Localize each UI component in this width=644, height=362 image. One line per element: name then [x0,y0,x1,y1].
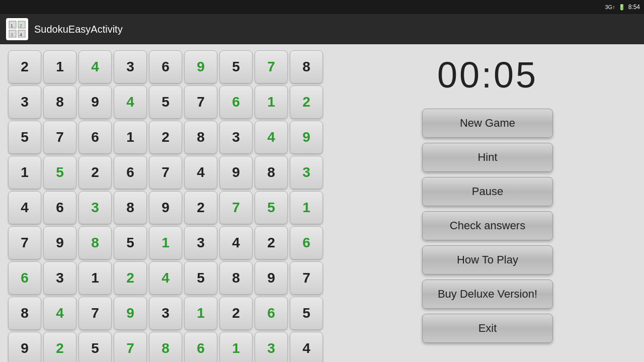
grid-cell[interactable]: 3 [149,297,182,330]
grid-cell[interactable]: 7 [219,191,253,224]
buy-deluxe-button[interactable]: Buy Deluxe Version! [422,280,553,309]
grid-cell[interactable]: 4 [149,261,182,295]
grid-cell[interactable]: 3 [78,191,112,224]
grid-cell[interactable]: 9 [184,50,217,83]
grid-cell[interactable]: 9 [78,85,112,119]
grid-cell[interactable]: 7 [78,297,112,330]
grid-cell[interactable]: 7 [114,332,147,362]
grid-cell[interactable]: 5 [149,85,182,119]
grid-cell[interactable]: 6 [290,226,323,259]
grid-cell[interactable]: 5 [43,156,76,189]
grid-cell[interactable]: 1 [8,156,41,189]
grid-cell[interactable]: 8 [8,297,41,330]
grid-cell[interactable]: 6 [184,332,217,362]
grid-cell[interactable]: 2 [255,226,288,259]
grid-cell[interactable]: 2 [219,297,253,330]
grid-cell[interactable]: 8 [114,191,147,224]
grid-cell[interactable]: 6 [255,297,288,330]
grid-cell[interactable]: 9 [8,332,41,362]
grid-cell[interactable]: 6 [219,85,253,119]
grid-cell[interactable]: 2 [184,191,217,224]
grid-cell[interactable]: 4 [78,50,112,83]
grid-cell[interactable]: 4 [290,332,323,362]
grid-cell[interactable]: 3 [114,50,147,83]
grid-cell[interactable]: 2 [78,156,112,189]
grid-cell[interactable]: 3 [219,121,253,154]
grid-cell[interactable]: 4 [219,226,253,259]
grid-cell[interactable]: 9 [255,261,288,295]
grid-cell[interactable]: 3 [8,85,41,119]
svg-text:2: 2 [20,23,22,28]
main-area: 2143695783894576125761283491526749834638… [0,44,644,362]
new-game-button[interactable]: New Game [422,109,553,138]
how-to-play-button[interactable]: How To Play [422,245,553,275]
grid-cell[interactable]: 7 [8,226,41,259]
grid-cell[interactable]: 1 [114,121,147,154]
grid-cell[interactable]: 7 [43,121,76,154]
grid-cell[interactable]: 8 [78,226,112,259]
grid-cell[interactable]: 2 [114,261,147,295]
grid-cell[interactable]: 3 [290,156,323,189]
grid-cell[interactable]: 7 [255,50,288,83]
svg-text:4: 4 [20,32,22,37]
grid-cell[interactable]: 5 [114,226,147,259]
grid-cell[interactable]: 5 [78,332,112,362]
grid-cell[interactable]: 3 [255,332,288,362]
grid-cell[interactable]: 2 [8,50,41,83]
grid-cell[interactable]: 2 [43,332,76,362]
grid-cell[interactable]: 5 [219,50,253,83]
grid-cell[interactable]: 5 [255,191,288,224]
grid-cell[interactable]: 9 [149,191,182,224]
grid-cell[interactable]: 5 [8,121,41,154]
grid-cell[interactable]: 1 [78,261,112,295]
grid-cell[interactable]: 8 [219,261,253,295]
grid-cell[interactable]: 4 [8,191,41,224]
grid-cell[interactable]: 2 [290,85,323,119]
grid-cell[interactable]: 9 [114,297,147,330]
grid-cell[interactable]: 9 [290,121,323,154]
grid-cell[interactable]: 1 [255,85,288,119]
grid-cell[interactable]: 6 [8,261,41,295]
exit-button[interactable]: Exit [422,314,553,343]
pause-button[interactable]: Pause [422,177,553,206]
grid-cell[interactable]: 4 [43,297,76,330]
grid-cell[interactable]: 7 [149,156,182,189]
grid-cell[interactable]: 2 [149,121,182,154]
grid-area: 2143695783894576125761283491526749834638… [0,44,331,362]
grid-cell[interactable]: 1 [290,191,323,224]
clock: 8:54 [628,4,640,11]
grid-cell[interactable]: 6 [149,50,182,83]
grid-cell[interactable]: 4 [255,121,288,154]
sudoku-grid: 2143695783894576125761283491526749834638… [8,50,323,362]
grid-cell[interactable]: 9 [43,226,76,259]
grid-cell[interactable]: 1 [43,50,76,83]
grid-cell[interactable]: 8 [43,85,76,119]
grid-cell[interactable]: 4 [184,156,217,189]
svg-text:3: 3 [11,32,13,37]
grid-cell[interactable]: 7 [290,261,323,295]
grid-cell[interactable]: 5 [290,297,323,330]
grid-cell[interactable]: 8 [184,121,217,154]
check-answers-button[interactable]: Check answers [422,211,553,240]
grid-cell[interactable]: 7 [184,85,217,119]
app-icon: 1 2 3 4 [6,18,28,40]
grid-cell[interactable]: 8 [149,332,182,362]
grid-cell[interactable]: 3 [43,261,76,295]
grid-cell[interactable]: 3 [184,226,217,259]
app-title: SudokuEasyActivity [34,24,123,35]
grid-cell[interactable]: 6 [78,121,112,154]
hint-button[interactable]: Hint [422,143,553,172]
grid-cell[interactable]: 1 [184,297,217,330]
grid-cell[interactable]: 1 [219,332,253,362]
grid-cell[interactable]: 8 [255,156,288,189]
grid-cell[interactable]: 9 [219,156,253,189]
grid-cell[interactable]: 5 [184,261,217,295]
grid-cell[interactable]: 8 [290,50,323,83]
grid-cell[interactable]: 6 [43,191,76,224]
grid-cell[interactable]: 1 [149,226,182,259]
svg-text:1: 1 [11,23,13,28]
battery-indicator: 🔋 [618,4,625,11]
grid-cell[interactable]: 4 [114,85,147,119]
grid-cell[interactable]: 6 [114,156,147,189]
title-bar: 1 2 3 4 SudokuEasyActivity [0,14,644,44]
